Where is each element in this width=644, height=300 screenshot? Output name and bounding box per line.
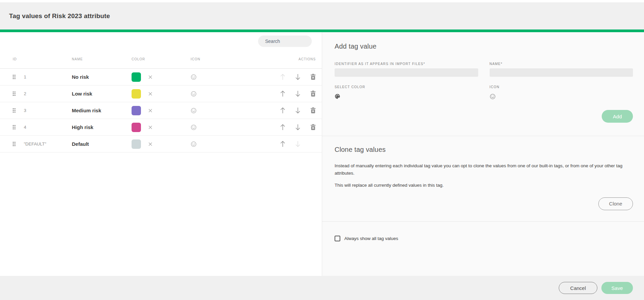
always-show-option[interactable]: Always show all tag values (335, 236, 633, 241)
palette-icon[interactable] (335, 94, 340, 99)
column-header-color: COLOR (132, 57, 191, 61)
color-swatch[interactable] (132, 106, 141, 115)
tag-table-body: 1 No risk 2 Lo (0, 69, 322, 153)
table-row: 3 Medium risk (0, 102, 322, 119)
remove-color-icon[interactable] (148, 142, 153, 146)
move-down-button[interactable] (295, 140, 301, 147)
delete-button[interactable] (310, 74, 316, 80)
name-label: NAME* (490, 62, 633, 66)
table-row: 1 No risk (0, 69, 322, 85)
delete-button[interactable] (310, 107, 316, 114)
table-header: ID NAME COLOR ICON ACTIONS (0, 50, 322, 69)
name-input[interactable] (490, 68, 633, 77)
always-show-label: Always show all tag values (344, 236, 398, 241)
color-swatch[interactable] (132, 139, 141, 149)
clone-description: Instead of manually entering each indivi… (335, 162, 633, 177)
add-section-title: Add tag value (335, 43, 633, 50)
move-up-button[interactable] (280, 124, 286, 131)
cancel-button[interactable]: Cancel (559, 282, 597, 294)
move-up-button[interactable] (280, 107, 286, 114)
table-row: 2 Low risk (0, 85, 322, 102)
add-tag-value-section: Add tag value IDENTIFIER AS IT APPEARS I… (322, 32, 644, 136)
always-show-checkbox[interactable] (335, 236, 340, 241)
search-row (0, 32, 322, 50)
drag-handle-icon[interactable] (13, 108, 15, 113)
move-down-button[interactable] (295, 107, 301, 114)
drag-handle-icon[interactable] (13, 75, 15, 79)
smiley-placeholder-icon[interactable] (191, 124, 265, 130)
delete-button[interactable] (310, 91, 316, 97)
row-name: No risk (72, 74, 132, 80)
clone-button[interactable]: Clone (598, 197, 633, 210)
column-header-id: ID (13, 57, 72, 61)
smiley-placeholder-icon[interactable] (191, 141, 265, 147)
search-box[interactable] (258, 36, 312, 47)
delete-button[interactable] (310, 124, 316, 130)
smiley-placeholder-icon[interactable] (191, 74, 265, 80)
clone-section-title: Clone tag values (335, 146, 633, 154)
row-name: Medium risk (72, 108, 132, 113)
table-row: 4 High risk (0, 119, 322, 136)
smiley-placeholder-icon[interactable] (191, 108, 265, 114)
identifier-label: IDENTIFIER AS IT APPEARS IN IMPORT FILES… (335, 62, 478, 66)
save-button[interactable]: Save (601, 282, 633, 294)
tag-values-panel: ID NAME COLOR ICON ACTIONS 1 No risk (0, 32, 322, 276)
drag-handle-icon[interactable] (13, 125, 15, 129)
row-name: Default (72, 141, 132, 147)
main-content: ID NAME COLOR ICON ACTIONS 1 No risk (0, 32, 644, 276)
page-title: Tag values of Risk 2023 attribute (9, 12, 110, 20)
row-id: "DEFAULT" (24, 141, 72, 146)
name-field-group: NAME* (490, 62, 633, 77)
move-down-button[interactable] (295, 90, 301, 97)
search-input[interactable] (265, 39, 326, 44)
move-down-button[interactable] (295, 124, 301, 131)
color-swatch[interactable] (132, 123, 141, 132)
row-id: 4 (24, 125, 72, 130)
move-up-button[interactable] (280, 90, 286, 97)
color-picker-group: SELECT COLOR (335, 85, 478, 101)
identifier-input[interactable] (335, 68, 478, 77)
column-header-actions: ACTIONS (265, 57, 316, 61)
drag-handle-icon[interactable] (13, 92, 15, 96)
icon-label: ICON (490, 85, 633, 89)
row-id: 3 (24, 108, 72, 113)
side-panel: Add tag value IDENTIFIER AS IT APPEARS I… (322, 32, 644, 276)
row-id: 1 (24, 74, 72, 79)
options-section: Always show all tag values (322, 222, 644, 276)
row-name: High risk (72, 124, 132, 130)
select-color-label: SELECT COLOR (335, 85, 478, 89)
accent-bar (0, 29, 644, 32)
row-name: Low risk (72, 91, 132, 97)
remove-color-icon[interactable] (148, 75, 153, 79)
icon-picker-group: ICON (490, 85, 633, 101)
row-id: 2 (24, 91, 72, 96)
move-down-button[interactable] (295, 73, 301, 80)
clone-tag-values-section: Clone tag values Instead of manually ent… (322, 136, 644, 221)
clone-note: This will replace all currently defined … (335, 183, 633, 188)
add-button[interactable]: Add (602, 110, 633, 123)
remove-color-icon[interactable] (148, 92, 153, 96)
tag-values-dialog: Tag values of Risk 2023 attribute ID NAM… (0, 0, 644, 300)
remove-color-icon[interactable] (148, 125, 153, 130)
move-up-button[interactable] (280, 73, 286, 80)
color-swatch[interactable] (132, 89, 141, 99)
move-up-button[interactable] (280, 140, 286, 147)
drag-handle-icon[interactable] (13, 142, 15, 146)
identifier-field-group: IDENTIFIER AS IT APPEARS IN IMPORT FILES… (335, 62, 478, 77)
table-row: "DEFAULT" Default (0, 136, 322, 153)
column-header-name: NAME (72, 57, 132, 61)
smiley-placeholder-icon[interactable] (191, 91, 265, 97)
color-swatch[interactable] (132, 72, 141, 82)
column-header-icon: ICON (191, 57, 265, 61)
remove-color-icon[interactable] (148, 108, 153, 113)
dialog-footer: Cancel Save (0, 276, 644, 300)
window-top-strip (0, 0, 644, 2)
dialog-header: Tag values of Risk 2023 attribute (0, 2, 644, 29)
icon-picker-smiley-icon[interactable] (490, 94, 496, 100)
